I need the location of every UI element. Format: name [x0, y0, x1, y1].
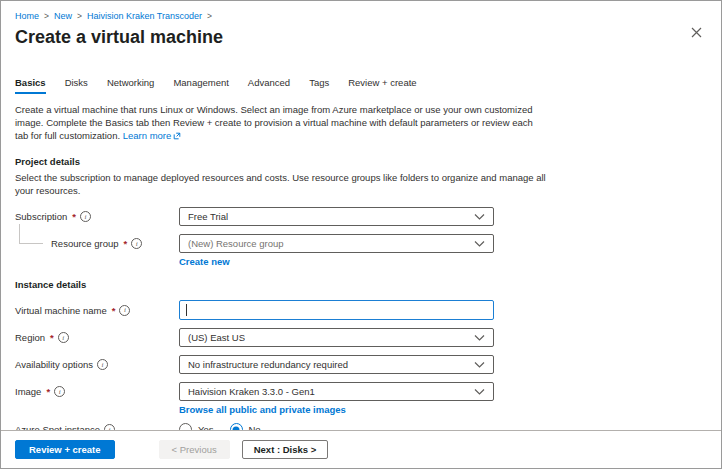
- browse-images-link[interactable]: Browse all public and private images: [179, 404, 705, 415]
- info-icon[interactable]: [131, 238, 142, 249]
- next-disks-button[interactable]: Next : Disks >: [242, 440, 329, 459]
- availability-options-label: Availability options: [15, 359, 93, 370]
- vm-name-row: Virtual machine name*: [15, 300, 705, 320]
- learn-more-link[interactable]: Learn more: [123, 130, 182, 141]
- tab-advanced[interactable]: Advanced: [248, 77, 290, 94]
- region-label: Region: [15, 332, 45, 343]
- info-icon[interactable]: [97, 359, 108, 370]
- info-icon[interactable]: [119, 305, 130, 316]
- availability-options-row: Availability options No infrastructure r…: [15, 355, 705, 374]
- required-asterisk: *: [124, 238, 128, 249]
- required-asterisk: *: [112, 305, 116, 316]
- region-value: (US) East US: [188, 332, 245, 343]
- project-details-description: Select the subscription to manage deploy…: [15, 172, 547, 197]
- region-select[interactable]: (US) East US: [179, 328, 494, 347]
- chevron-down-icon: [474, 386, 485, 397]
- resource-group-label: Resource group: [51, 238, 119, 249]
- tab-networking[interactable]: Networking: [107, 77, 155, 94]
- vm-name-label: Virtual machine name: [15, 305, 107, 316]
- image-label: Image: [15, 386, 41, 397]
- availability-options-value: No infrastructure redundancy required: [188, 359, 348, 370]
- info-icon[interactable]: [54, 386, 65, 397]
- subscription-row: Subscription* Free Trial: [15, 207, 705, 226]
- chevron-down-icon: [474, 211, 485, 222]
- tab-tags[interactable]: Tags: [309, 77, 329, 94]
- learn-more-label: Learn more: [123, 130, 172, 141]
- image-select[interactable]: Haivision Kraken 3.3.0 - Gen1: [179, 382, 494, 401]
- intro-text: Create a virtual machine that runs Linux…: [15, 103, 547, 143]
- resource-group-select[interactable]: (New) Resource group: [179, 234, 494, 253]
- breadcrumb-separator: >: [207, 11, 212, 21]
- previous-button[interactable]: < Previous: [159, 440, 230, 459]
- subscription-value: Free Trial: [188, 211, 228, 222]
- tab-bar: Basics Disks Networking Management Advan…: [15, 77, 705, 94]
- create-new-link[interactable]: Create new: [179, 256, 705, 267]
- info-icon[interactable]: [58, 332, 69, 343]
- breadcrumb-separator: >: [77, 11, 82, 21]
- required-asterisk: *: [50, 332, 54, 343]
- close-icon[interactable]: [689, 25, 703, 39]
- tab-review-create[interactable]: Review + create: [348, 77, 416, 94]
- tab-basics[interactable]: Basics: [15, 77, 46, 94]
- breadcrumb-home[interactable]: Home: [15, 11, 39, 21]
- tab-disks[interactable]: Disks: [65, 77, 88, 94]
- image-value: Haivision Kraken 3.3.0 - Gen1: [188, 386, 315, 397]
- subscription-label: Subscription: [15, 211, 67, 222]
- image-row: Image* Haivision Kraken 3.3.0 - Gen1: [15, 382, 705, 401]
- intro-body: Create a virtual machine that runs Linux…: [15, 104, 533, 141]
- info-icon[interactable]: [80, 211, 91, 222]
- subscription-select[interactable]: Free Trial: [179, 207, 494, 226]
- hierarchy-connector: [19, 224, 43, 244]
- resource-group-value: (New) Resource group: [188, 238, 284, 249]
- region-row: Region* (US) East US: [15, 328, 705, 347]
- instance-details-heading: Instance details: [15, 279, 705, 290]
- required-asterisk: *: [72, 211, 76, 222]
- create-vm-blade: Home > New > Haivision Kraken Transcoder…: [0, 0, 722, 469]
- required-asterisk: *: [46, 386, 50, 397]
- footer-bar: Review + create < Previous Next : Disks …: [1, 430, 721, 468]
- breadcrumb-haivision-kraken-transcoder[interactable]: Haivision Kraken Transcoder: [87, 11, 202, 21]
- vm-name-input[interactable]: [179, 300, 494, 320]
- availability-options-select[interactable]: No infrastructure redundancy required: [179, 355, 494, 374]
- breadcrumb-separator: >: [44, 11, 49, 21]
- breadcrumb-new[interactable]: New: [54, 11, 72, 21]
- chevron-down-icon: [474, 332, 485, 343]
- breadcrumb: Home > New > Haivision Kraken Transcoder…: [15, 11, 705, 21]
- review-create-button[interactable]: Review + create: [15, 440, 115, 459]
- text-cursor: [186, 304, 187, 316]
- tab-management[interactable]: Management: [173, 77, 228, 94]
- page-title: Create a virtual machine: [15, 27, 705, 48]
- project-details-heading: Project details: [15, 156, 705, 167]
- resource-group-row: Resource group* (New) Resource group: [15, 234, 705, 253]
- chevron-down-icon: [474, 359, 485, 370]
- external-link-icon: [173, 130, 181, 143]
- chevron-down-icon: [474, 238, 485, 249]
